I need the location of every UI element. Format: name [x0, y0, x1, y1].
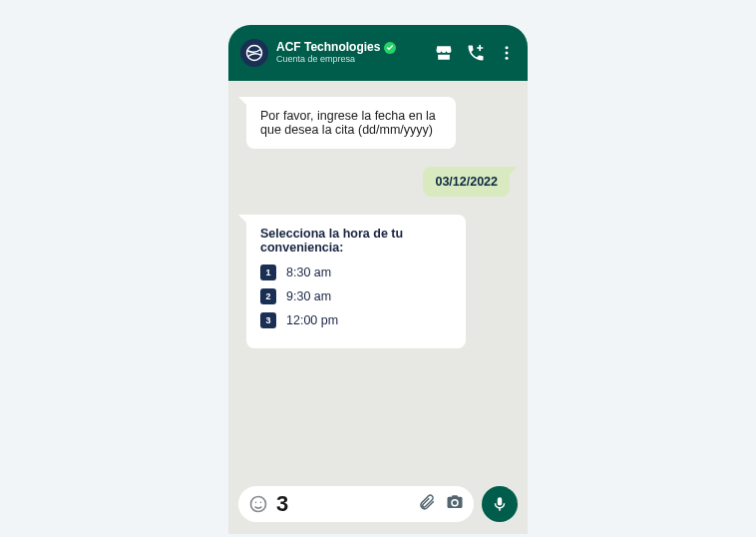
option-label: 12:00 pm [286, 313, 338, 327]
svg-point-2 [506, 52, 509, 55]
option-label: 8:30 am [286, 266, 331, 279]
svg-point-5 [255, 502, 257, 504]
option-label: 9:30 am [286, 289, 331, 303]
chat-header: ACF Technologies Cuenta de empresa [228, 25, 528, 81]
svg-point-1 [506, 46, 509, 49]
option-number: 1 [260, 265, 276, 280]
avatar[interactable] [240, 39, 268, 67]
more-vert-icon[interactable] [498, 43, 516, 63]
option-number: 2 [260, 288, 276, 304]
emoji-icon[interactable] [248, 494, 268, 514]
attach-icon[interactable] [418, 493, 436, 515]
contact-subtitle: Cuenta de empresa [276, 55, 426, 65]
message-incoming-options: Selecciona la hora de tu conveniencia: 1… [246, 215, 466, 348]
message-input[interactable]: 3 [276, 491, 410, 517]
input-bar: 3 [228, 478, 528, 534]
storefront-icon[interactable] [434, 43, 454, 63]
option-row[interactable]: 1 8:30 am [260, 265, 452, 280]
option-row[interactable]: 2 9:30 am [260, 288, 452, 304]
option-number: 3 [260, 312, 276, 328]
mic-button[interactable] [482, 486, 518, 522]
header-title-block[interactable]: ACF Technologies Cuenta de empresa [276, 41, 426, 64]
message-text: Por favor, ingrese la fecha en la que de… [260, 109, 436, 137]
verified-badge-icon [384, 42, 396, 54]
message-text: 03/12/2022 [435, 175, 498, 189]
mic-icon [491, 495, 509, 513]
camera-icon[interactable] [446, 493, 464, 515]
options-title: Selecciona la hora de tu conveniencia: [260, 227, 452, 255]
globe-icon [245, 44, 263, 62]
message-input-pill[interactable]: 3 [238, 486, 474, 522]
header-actions [434, 43, 516, 63]
chat-window: ACF Technologies Cuenta de empresa Por f… [228, 25, 528, 534]
chat-body: Por favor, ingrese la fecha en la que de… [228, 81, 528, 478]
svg-point-6 [260, 502, 262, 504]
message-outgoing: 03/12/2022 [423, 167, 510, 197]
contact-name: ACF Technologies [276, 41, 380, 54]
call-add-icon[interactable] [466, 43, 486, 63]
message-incoming: Por favor, ingrese la fecha en la que de… [246, 97, 456, 149]
option-row[interactable]: 3 12:00 pm [260, 312, 452, 328]
svg-point-4 [251, 497, 266, 512]
svg-point-3 [506, 57, 509, 60]
